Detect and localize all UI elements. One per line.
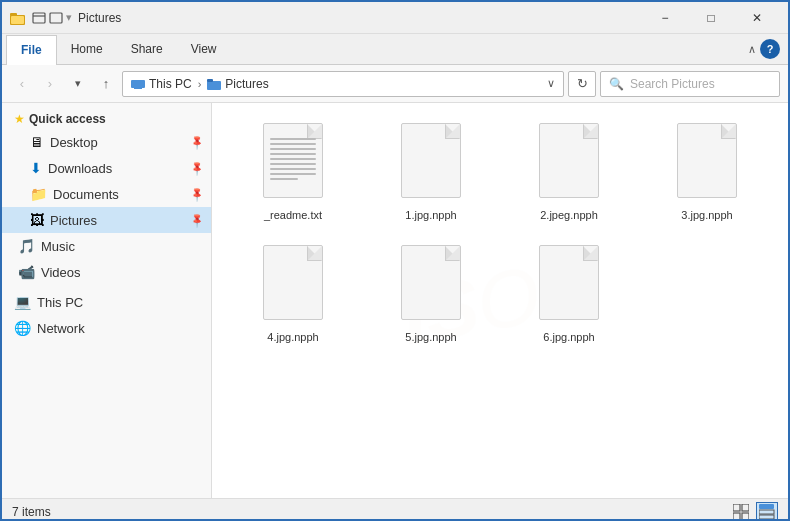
- file-name-4: 4.jpg.npph: [267, 331, 318, 343]
- file-name-3: 3.jpg.npph: [681, 209, 732, 221]
- svg-rect-12: [733, 513, 740, 520]
- file-item-1[interactable]: 1.jpg.npph: [366, 115, 496, 227]
- maximize-button[interactable]: □: [688, 2, 734, 34]
- sidebar-item-documents[interactable]: 📁 Documents 📌: [2, 181, 211, 207]
- sidebar: ★ Quick access 🖥 Desktop 📌 ⬇ Downloads 📌…: [2, 103, 212, 498]
- file-icon-2: [534, 123, 604, 203]
- window-title: Pictures: [78, 11, 121, 25]
- desktop-label: Desktop: [50, 135, 185, 150]
- file-name-1: 1.jpg.npph: [405, 209, 456, 221]
- file-page-2: [539, 123, 599, 198]
- file-item-4[interactable]: 4.jpg.npph: [228, 237, 358, 349]
- breadcrumb-thispc: This PC: [131, 77, 192, 91]
- file-item-6[interactable]: 6.jpg.npph: [504, 237, 634, 349]
- file-name-5: 5.jpg.npph: [405, 331, 456, 343]
- desktop-icon: 🖥: [30, 134, 44, 150]
- minimize-button[interactable]: −: [642, 2, 688, 34]
- up-button[interactable]: ↑: [94, 72, 118, 96]
- title-bar: ▾ Pictures − □ ✕: [2, 2, 788, 34]
- svg-rect-2: [11, 16, 24, 24]
- sidebar-item-pictures[interactable]: 🖼 Pictures 📌: [2, 207, 211, 233]
- view-controls: [730, 502, 778, 522]
- help-button[interactable]: ?: [760, 39, 780, 59]
- file-icon-5: [396, 245, 466, 325]
- address-dropdown-icon[interactable]: ∨: [547, 77, 555, 90]
- sidebar-item-videos[interactable]: 📹 Videos: [2, 259, 211, 285]
- fold-4: [308, 246, 322, 260]
- file-name-6: 6.jpg.npph: [543, 331, 594, 343]
- tab-view[interactable]: View: [177, 34, 231, 64]
- tab-file[interactable]: File: [6, 35, 57, 65]
- close-button[interactable]: ✕: [734, 2, 780, 34]
- sidebar-item-music[interactable]: 🎵 Music: [2, 233, 211, 259]
- quick-access-icons: ▾: [32, 11, 72, 24]
- svg-rect-5: [50, 13, 62, 23]
- svg-rect-14: [759, 504, 774, 509]
- txt-lines-readme: [270, 138, 316, 183]
- svg-rect-15: [759, 510, 774, 514]
- sidebar-item-downloads[interactable]: ⬇ Downloads 📌: [2, 155, 211, 181]
- fold-readme: [308, 124, 322, 138]
- svg-rect-9: [207, 79, 213, 82]
- sidebar-item-thispc[interactable]: 💻 This PC: [2, 289, 211, 315]
- svg-rect-11: [742, 504, 749, 511]
- file-item-2[interactable]: 2.jpeg.npph: [504, 115, 634, 227]
- svg-rect-3: [33, 13, 45, 23]
- file-icon-1: [396, 123, 466, 203]
- quick-access-label: Quick access: [29, 112, 106, 126]
- downloads-label: Downloads: [48, 161, 185, 176]
- file-name-2: 2.jpeg.npph: [540, 209, 598, 221]
- network-label: Network: [37, 321, 203, 336]
- pin-icon-2: 📌: [189, 160, 205, 176]
- refresh-button[interactable]: ↻: [568, 71, 596, 97]
- tab-home[interactable]: Home: [57, 34, 117, 64]
- file-page-3: [677, 123, 737, 198]
- item-count: 7 items: [12, 505, 51, 519]
- title-bar-left: ▾ Pictures: [10, 10, 121, 26]
- svg-rect-7: [134, 87, 142, 89]
- search-box[interactable]: 🔍 Search Pictures: [600, 71, 780, 97]
- file-item-5[interactable]: 5.jpg.npph: [366, 237, 496, 349]
- status-bar: 7 items: [2, 498, 788, 521]
- search-icon: 🔍: [609, 77, 624, 91]
- breadcrumb-sep: ›: [198, 78, 202, 90]
- file-icon-readme: [258, 123, 328, 203]
- fold-2: [584, 124, 598, 138]
- file-icon-4: [258, 245, 328, 325]
- sidebar-item-desktop[interactable]: 🖥 Desktop 📌: [2, 129, 211, 155]
- file-name-readme: _readme.txt: [264, 209, 322, 221]
- back-button[interactable]: ‹: [10, 72, 34, 96]
- fold-5: [446, 246, 460, 260]
- file-page-1: [401, 123, 461, 198]
- address-bar: ‹ › ▾ ↑ This PC › Pictures ∨ ↻ 🔍 Search …: [2, 65, 788, 103]
- address-box[interactable]: This PC › Pictures ∨: [122, 71, 564, 97]
- pin-icon: 📌: [189, 134, 205, 150]
- forward-button[interactable]: ›: [38, 72, 62, 96]
- music-icon: 🎵: [18, 238, 35, 254]
- file-icon-6: [534, 245, 604, 325]
- ribbon-tabs: File Home Share View ∧ ?: [2, 34, 788, 64]
- file-page-6: [539, 245, 599, 320]
- ribbon-collapse-icon[interactable]: ∧: [748, 43, 756, 56]
- file-item-readme[interactable]: _readme.txt: [228, 115, 358, 227]
- svg-rect-6: [131, 80, 145, 88]
- view-large-button[interactable]: [756, 502, 778, 522]
- dropdown-button[interactable]: ▾: [66, 72, 90, 96]
- tab-share[interactable]: Share: [117, 34, 177, 64]
- file-icon-3: [672, 123, 742, 203]
- title-controls: − □ ✕: [642, 2, 780, 34]
- file-page-5: [401, 245, 461, 320]
- quick-access-header[interactable]: ★ Quick access: [2, 107, 211, 129]
- documents-label: Documents: [53, 187, 185, 202]
- ribbon-right: ∧ ?: [748, 39, 788, 59]
- downloads-icon: ⬇: [30, 160, 42, 176]
- view-grid-button[interactable]: [730, 502, 752, 522]
- breadcrumb-pictures: Pictures: [207, 77, 268, 91]
- pin-icon-4: 📌: [189, 212, 205, 228]
- sidebar-item-network[interactable]: 🌐 Network: [2, 315, 211, 341]
- svg-rect-16: [759, 515, 774, 519]
- videos-icon: 📹: [18, 264, 35, 280]
- file-item-3[interactable]: 3.jpg.npph: [642, 115, 772, 227]
- fold-6: [584, 246, 598, 260]
- folder-icon: [10, 10, 26, 26]
